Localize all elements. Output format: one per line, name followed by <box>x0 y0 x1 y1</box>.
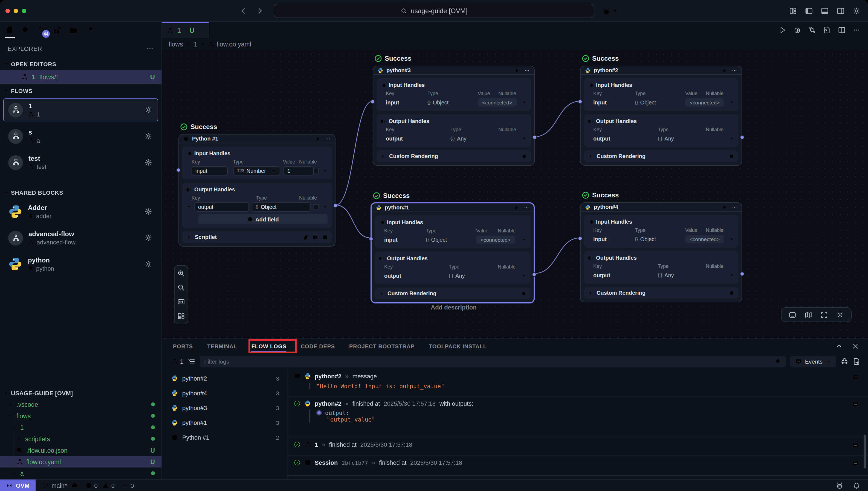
output-handle[interactable] <box>740 272 744 276</box>
node-python3[interactable]: Success python#3 Input Handles KeyTypeVa… <box>373 66 535 166</box>
gear-icon[interactable] <box>729 236 734 242</box>
chevron-up-icon[interactable] <box>835 342 843 350</box>
tree-item-a[interactable]: a <box>0 467 161 479</box>
add-field-button[interactable]: Add field <box>198 214 328 224</box>
tab-flow-1[interactable]: 1 U <box>162 22 209 38</box>
output-handle[interactable] <box>533 135 537 139</box>
split-editor-icon[interactable] <box>838 26 846 34</box>
gear-icon[interactable] <box>322 168 328 173</box>
run-node-icon[interactable] <box>315 136 321 141</box>
add-input-icon[interactable] <box>322 151 328 156</box>
bunny-icon[interactable] <box>836 482 843 489</box>
node-header[interactable]: python#3 <box>373 66 534 75</box>
command-center-search[interactable]: usage-guide [OVM] <box>274 4 594 18</box>
scriptlet-section[interactable]: Scriptlet <box>182 231 332 243</box>
ports-status[interactable]: 0 <box>122 482 134 489</box>
toggle-panel-icon[interactable] <box>821 7 829 15</box>
history-forward-icon[interactable] <box>256 7 264 15</box>
folder-view-icon[interactable] <box>69 26 78 34</box>
shared-blocks-header[interactable]: SHARED BLOCKS <box>0 185 161 199</box>
toggle-right-sidebar-icon[interactable] <box>837 7 844 15</box>
comment-icon[interactable] <box>852 374 859 380</box>
tree-item-flow-yaml[interactable]: flow.oo.yamlU <box>0 456 161 467</box>
log-entry-finished-outputs[interactable]: python#2»finished at2025/5/30 17:57:18wi… <box>287 397 868 437</box>
toggle-left-sidebar-icon[interactable] <box>805 7 813 15</box>
refresh-icon[interactable] <box>521 291 526 296</box>
open-editors-header[interactable]: OPEN EDITORS <box>0 57 161 70</box>
list-item-python3[interactable]: python#33 <box>162 400 287 415</box>
nullable-checkbox[interactable] <box>314 168 319 173</box>
shared-block-adder[interactable]: Adder adder <box>3 200 158 223</box>
ellipsis-icon[interactable] <box>732 67 737 73</box>
ellipsis-icon[interactable] <box>524 67 530 73</box>
git-compare-icon[interactable] <box>808 26 816 34</box>
gear-icon[interactable] <box>521 136 527 141</box>
custom-rendering-section[interactable]: Custom Rendering <box>584 150 738 162</box>
gear-icon[interactable] <box>836 311 844 318</box>
custom-rendering-section[interactable]: Custom Rendering <box>584 287 738 298</box>
gear-icon[interactable] <box>729 272 734 278</box>
expand-field-icon[interactable] <box>186 204 192 209</box>
output-handle[interactable] <box>532 272 536 277</box>
run-node-icon[interactable] <box>514 205 519 210</box>
zoom-in-icon[interactable] <box>177 269 185 277</box>
flow-item-test[interactable]: test test <box>3 151 158 174</box>
list-item-python1[interactable]: python#13 <box>162 415 287 430</box>
bell-icon[interactable] <box>853 482 860 489</box>
run-node-icon[interactable] <box>514 67 520 73</box>
tab-code-deps[interactable]: CODE DEPS <box>301 339 335 353</box>
gear-icon[interactable] <box>729 136 734 141</box>
node-python1[interactable]: Success python#1 Input Handles KeyTypeVa… <box>371 202 535 304</box>
gear-icon[interactable] <box>729 99 734 105</box>
key-view-icon[interactable] <box>85 26 93 34</box>
tree-item-1[interactable]: 1 <box>0 422 161 433</box>
gear-icon[interactable] <box>144 261 152 268</box>
log-entry-message[interactable]: python#2»message "Hello World! Input is:… <box>287 369 868 397</box>
input-value-field[interactable]: 1 <box>283 166 314 175</box>
problems-status[interactable]: 0 0 <box>85 482 115 489</box>
list-item-python4[interactable]: python#43 <box>162 385 287 400</box>
run-flow-icon[interactable] <box>779 26 786 34</box>
tree-item-flows[interactable]: flows <box>0 410 161 422</box>
refresh-icon[interactable] <box>729 153 734 159</box>
explorer-view-icon[interactable] <box>5 26 14 34</box>
export-logs-icon[interactable] <box>853 357 860 365</box>
filter-logs-input[interactable] <box>204 358 770 365</box>
tree-item-scriptlets[interactable]: scriptlets <box>0 433 161 444</box>
settings-gear-icon[interactable] <box>853 7 860 15</box>
fit-view-icon[interactable] <box>177 298 185 306</box>
node-header[interactable]: python#4 <box>581 203 741 211</box>
open-external-icon[interactable] <box>322 234 328 240</box>
shared-block-advanced-flow[interactable]: advanced-flow advanced-flow <box>3 227 158 250</box>
comment-icon[interactable] <box>852 401 859 408</box>
tree-item-vscode[interactable]: .vscode <box>0 399 161 410</box>
tab-toolpack-install[interactable]: TOOLPACK INSTALL <box>429 339 487 353</box>
gear-icon[interactable] <box>144 133 152 140</box>
tab-ports[interactable]: PORTS <box>173 339 193 353</box>
node-python2[interactable]: Success python#2 Input Handles KeyTypeVa… <box>580 66 742 166</box>
maximize-window-button[interactable] <box>22 8 26 13</box>
log-entry-flow-finished[interactable]: 1»finished at2025/5/30 17:57:18 <box>287 437 868 456</box>
clear-logs-icon[interactable] <box>841 357 848 365</box>
add-output-icon[interactable] <box>322 187 328 192</box>
blocks-view-icon[interactable] <box>53 26 62 34</box>
output-handle[interactable] <box>333 203 338 208</box>
close-icon[interactable] <box>12 74 18 80</box>
input-handle[interactable] <box>578 236 582 240</box>
input-handle[interactable] <box>369 237 373 241</box>
run-node-icon[interactable] <box>722 67 727 73</box>
breadcrumb-1[interactable]: 1 <box>194 41 197 48</box>
list-item-python-main[interactable]: Python #12 <box>162 430 287 444</box>
comment-icon[interactable] <box>852 442 859 449</box>
auto-layout-icon[interactable] <box>177 312 185 320</box>
node-header[interactable]: python#1 <box>372 203 534 212</box>
input-handle[interactable] <box>578 99 582 104</box>
refresh-icon[interactable] <box>729 290 734 295</box>
refresh-icon[interactable] <box>521 153 527 159</box>
console-icon[interactable] <box>789 311 796 318</box>
output-type-select[interactable]: {}Object <box>252 202 311 211</box>
open-editor-item[interactable]: 1 flows/1 U <box>0 70 161 84</box>
flow-item-1[interactable]: 1 1 <box>3 99 158 122</box>
tab-terminal[interactable]: TERMINAL <box>207 339 237 353</box>
close-icon[interactable] <box>198 28 204 33</box>
